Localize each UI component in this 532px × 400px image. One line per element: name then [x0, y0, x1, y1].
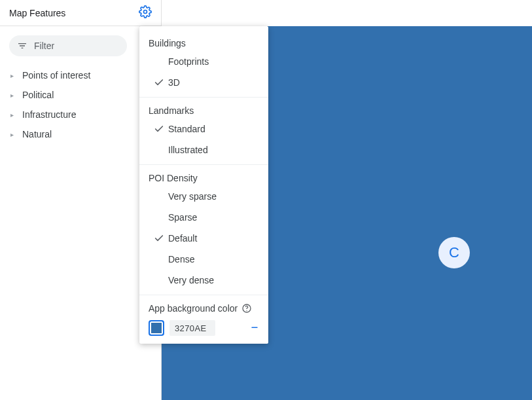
caret-right-icon: ▸ — [10, 92, 18, 99]
color-swatch[interactable] — [149, 320, 164, 336]
option-buildings-footprints[interactable]: Footprints — [139, 51, 268, 72]
svg-point-2 — [247, 310, 247, 311]
settings-button[interactable] — [139, 7, 152, 20]
svg-rect-3 — [251, 327, 257, 327]
group-title-landmarks: Landmarks — [139, 101, 268, 118]
option-poi-dense[interactable]: Dense — [139, 249, 268, 270]
filter-region: Filter — [0, 26, 161, 63]
bgcolor-header: App background color — [139, 299, 268, 316]
option-poi-very-sparse[interactable]: Very sparse — [139, 186, 268, 207]
option-label: Dense — [168, 254, 268, 264]
sidebar: Map Features Filter ▸ Points of interest — [0, 0, 162, 400]
tree-item-political[interactable]: ▸ Political — [0, 85, 161, 105]
option-landmarks-standard[interactable]: Standard — [139, 118, 268, 139]
check-icon — [154, 77, 168, 88]
group-title-poi-density: POI Density — [139, 169, 268, 186]
tree-item-label: Political — [22, 90, 54, 100]
svg-point-0 — [144, 10, 147, 14]
help-icon[interactable] — [241, 303, 252, 314]
group-title-buildings: Buildings — [139, 34, 268, 51]
gear-icon — [139, 5, 152, 20]
option-poi-default[interactable]: Default — [139, 228, 268, 249]
filter-icon — [17, 41, 27, 51]
divider — [139, 164, 268, 165]
feature-tree: ▸ Points of interest ▸ Political ▸ Infra… — [0, 63, 161, 147]
reset-color-button[interactable] — [250, 322, 259, 334]
tree-item-label: Points of interest — [22, 70, 90, 81]
option-label: Very dense — [168, 275, 268, 285]
tree-item-points-of-interest[interactable]: ▸ Points of interest — [0, 65, 161, 85]
tree-item-infrastructure[interactable]: ▸ Infrastructure — [0, 105, 161, 124]
bgcolor-label: App background color — [149, 303, 238, 314]
filter-input[interactable]: Filter — [9, 35, 127, 56]
divider — [139, 97, 268, 98]
check-icon — [154, 124, 168, 134]
check-icon — [154, 233, 168, 244]
caret-right-icon: ▸ — [10, 72, 18, 79]
option-buildings-3d[interactable]: 3D — [139, 72, 268, 93]
option-poi-very-dense[interactable]: Very dense — [139, 270, 268, 291]
tree-item-natural[interactable]: ▸ Natural — [0, 124, 161, 144]
caret-right-icon: ▸ — [10, 131, 18, 138]
settings-popover: Buildings Footprints 3D Landmarks Standa… — [139, 26, 268, 344]
option-landmarks-illustrated[interactable]: Illustrated — [139, 139, 268, 160]
color-hex-input[interactable]: 3270AE — [169, 320, 215, 336]
color-hex-value: 3270AE — [175, 323, 207, 333]
tree-item-label: Infrastructure — [22, 109, 76, 120]
filter-placeholder: Filter — [34, 41, 54, 51]
option-label: Sparse — [168, 212, 268, 223]
divider — [139, 295, 268, 295]
sidebar-title: Map Features — [9, 8, 65, 18]
center-marker: C — [438, 237, 470, 268]
sidebar-header: Map Features — [0, 0, 161, 26]
caret-right-icon: ▸ — [10, 111, 18, 118]
tree-item-label: Natural — [22, 129, 52, 139]
bgcolor-input-row: 3270AE — [139, 316, 268, 338]
option-label: Footprints — [168, 56, 268, 67]
map-top-strip — [162, 0, 532, 26]
option-label: Illustrated — [168, 145, 268, 155]
option-label: Standard — [168, 124, 268, 134]
center-marker-label: C — [449, 244, 459, 261]
option-label: Very sparse — [168, 191, 268, 202]
option-label: 3D — [168, 77, 268, 88]
option-label: Default — [168, 233, 268, 244]
option-poi-sparse[interactable]: Sparse — [139, 207, 268, 228]
